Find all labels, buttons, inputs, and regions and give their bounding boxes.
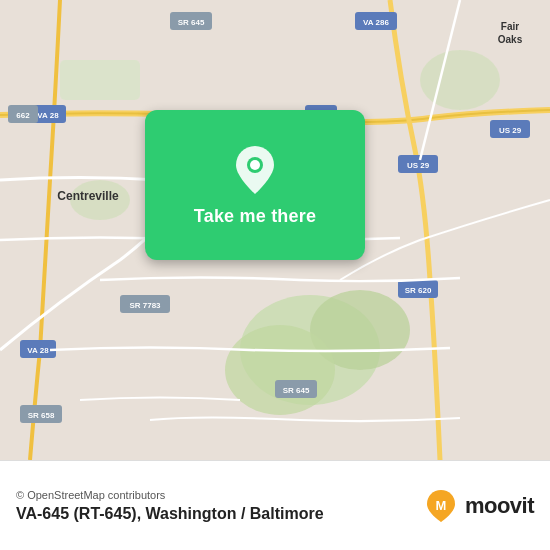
svg-text:SR 7783: SR 7783 <box>129 301 161 310</box>
svg-rect-4 <box>60 60 140 100</box>
svg-text:M: M <box>435 498 446 513</box>
svg-text:VA 286: VA 286 <box>363 18 389 27</box>
svg-text:Fair: Fair <box>501 21 519 32</box>
action-card[interactable]: Take me there <box>145 110 365 260</box>
svg-text:VA 28: VA 28 <box>37 111 59 120</box>
svg-text:US 29: US 29 <box>499 126 522 135</box>
svg-text:SR 645: SR 645 <box>283 386 310 395</box>
svg-point-35 <box>250 160 260 170</box>
svg-text:VA 28: VA 28 <box>27 346 49 355</box>
map-container: I 66 US 29 SR 620 VA 28 VA 28 SR 645 VA … <box>0 0 550 460</box>
svg-point-3 <box>225 325 335 415</box>
svg-text:SR 645: SR 645 <box>178 18 205 27</box>
bottom-bar: © OpenStreetMap contributors VA-645 (RT-… <box>0 460 550 550</box>
location-pin-icon <box>229 144 281 196</box>
osm-credit: © OpenStreetMap contributors <box>16 489 324 501</box>
svg-text:Oaks: Oaks <box>498 34 523 45</box>
svg-text:SR 620: SR 620 <box>405 286 432 295</box>
svg-point-6 <box>420 50 500 110</box>
svg-text:662: 662 <box>16 111 30 120</box>
svg-text:SR 658: SR 658 <box>28 411 55 420</box>
bottom-info: © OpenStreetMap contributors VA-645 (RT-… <box>16 489 324 523</box>
svg-text:US 29: US 29 <box>407 161 430 170</box>
moovit-icon: M <box>423 488 459 524</box>
moovit-logo: M moovit <box>423 488 534 524</box>
svg-text:Centreville: Centreville <box>57 189 119 203</box>
route-label: VA-645 (RT-645), Washington / Baltimore <box>16 505 324 523</box>
take-me-there-button[interactable]: Take me there <box>194 206 316 227</box>
moovit-brand-text: moovit <box>465 493 534 519</box>
